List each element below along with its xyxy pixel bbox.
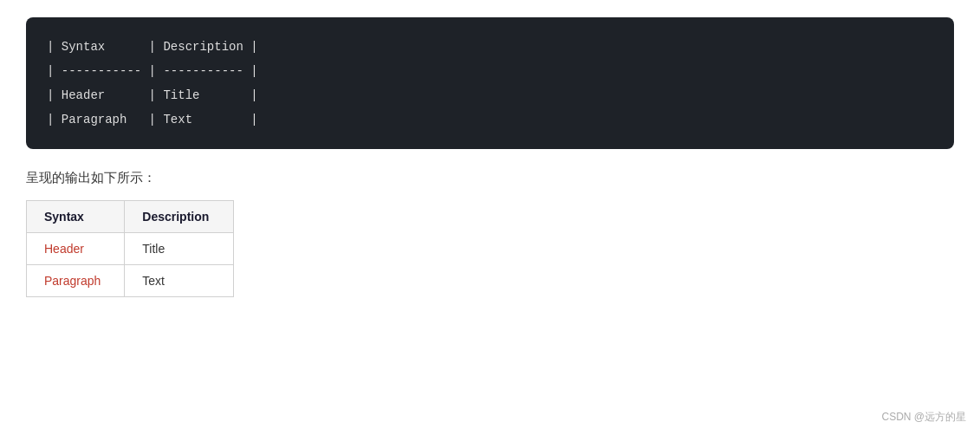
cell-title: Title bbox=[125, 233, 234, 265]
cell-header: Header bbox=[27, 233, 125, 265]
col-header-description: Description bbox=[125, 201, 234, 233]
table-row: Paragraph Text bbox=[27, 265, 234, 297]
cell-text: Text bbox=[125, 265, 234, 297]
code-block: | Syntax | Description | | ----------- |… bbox=[26, 17, 954, 149]
table-row: Header Title bbox=[27, 233, 234, 265]
watermark: CSDN @远方的星 bbox=[881, 410, 966, 425]
table-header-row: Syntax Description bbox=[27, 201, 234, 233]
rendered-table: Syntax Description Header Title Paragrap… bbox=[26, 200, 234, 297]
description-text: 呈现的输出如下所示： bbox=[26, 170, 954, 186]
code-line-4: | Paragraph | Text | bbox=[47, 107, 933, 132]
code-line-3: | Header | Title | bbox=[47, 83, 933, 107]
col-header-syntax: Syntax bbox=[27, 201, 125, 233]
code-line-1: | Syntax | Description | bbox=[47, 35, 933, 59]
code-line-2: | ----------- | ----------- | bbox=[47, 59, 933, 83]
cell-paragraph: Paragraph bbox=[27, 265, 125, 297]
